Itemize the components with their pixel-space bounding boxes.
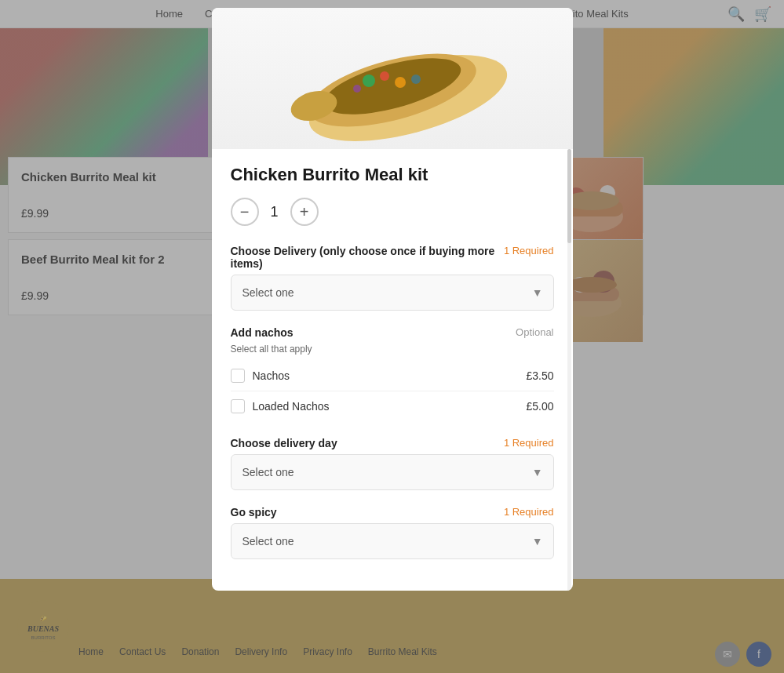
section-spicy: Go spicy 1 Required Select one ▼ — [231, 506, 554, 559]
section-nachos-header: Add nachos Optional — [231, 326, 554, 339]
section-spicy-badge: 1 Required — [504, 506, 554, 518]
section-delivery-header: Choose Delivery (only choose once if buy… — [231, 245, 554, 270]
quantity-increase-button[interactable]: + — [290, 198, 319, 226]
loaded-nachos-price: £5.00 — [526, 400, 553, 413]
delivery-option-select-wrapper: Select one ▼ — [231, 275, 554, 311]
delivery-day-select-wrapper: Select one ▼ — [231, 454, 554, 490]
section-nachos-badge: Optional — [516, 326, 553, 338]
svg-point-19 — [395, 77, 406, 88]
modal-scrollbar[interactable] — [567, 149, 571, 591]
delivery-day-select[interactable]: Select one — [231, 454, 554, 490]
section-spicy-header: Go spicy 1 Required — [231, 506, 554, 518]
section-delivery-day-title: Choose delivery day — [231, 437, 504, 449]
section-nachos-title: Add nachos — [231, 326, 516, 339]
quantity-control: − 1 + — [231, 198, 554, 226]
spicy-select-wrapper: Select one ▼ — [231, 523, 554, 559]
modal-body: Chicken Burrito Meal kit − 1 + Choose De… — [212, 149, 573, 591]
modal-scroll-thumb — [567, 149, 571, 243]
svg-point-20 — [353, 85, 361, 93]
svg-point-18 — [380, 71, 389, 81]
nachos-checkbox-item: Nachos £3.50 — [231, 361, 554, 391]
section-delivery-badge: 1 Required — [504, 245, 554, 256]
burrito-illustration — [212, 8, 573, 149]
quantity-value: 1 — [259, 204, 290, 220]
section-delivery-title: Choose Delivery (only choose once if buy… — [231, 245, 504, 270]
quantity-decrease-button[interactable]: − — [231, 198, 259, 226]
modal-title: Chicken Burrito Meal kit — [231, 165, 554, 185]
spicy-select[interactable]: Select one — [231, 523, 554, 559]
section-nachos-subtitle: Select all that apply — [231, 344, 554, 355]
modal-product-image — [212, 8, 573, 149]
loaded-nachos-label: Loaded Nachos — [253, 400, 330, 413]
loaded-nachos-checkbox[interactable] — [231, 399, 245, 413]
nachos-checkbox-left: Nachos — [231, 369, 290, 383]
delivery-option-select[interactable]: Select one — [231, 275, 554, 311]
section-delivery-day-header: Choose delivery day 1 Required — [231, 437, 554, 449]
product-modal: Chicken Burrito Meal kit − 1 + Choose De… — [212, 8, 573, 591]
section-delivery-day: Choose delivery day 1 Required Select on… — [231, 437, 554, 490]
nachos-label: Nachos — [253, 369, 290, 382]
svg-point-17 — [363, 75, 375, 87]
nachos-checkbox[interactable] — [231, 369, 245, 383]
section-delivery-option: Choose Delivery (only choose once if buy… — [231, 245, 554, 311]
svg-point-21 — [411, 75, 421, 84]
nachos-price: £3.50 — [526, 369, 553, 382]
loaded-nachos-checkbox-item: Loaded Nachos £5.00 — [231, 391, 554, 421]
section-nachos: Add nachos Optional Select all that appl… — [231, 326, 554, 421]
loaded-nachos-checkbox-left: Loaded Nachos — [231, 399, 330, 413]
section-delivery-day-badge: 1 Required — [504, 437, 554, 449]
section-spicy-title: Go spicy — [231, 506, 504, 518]
